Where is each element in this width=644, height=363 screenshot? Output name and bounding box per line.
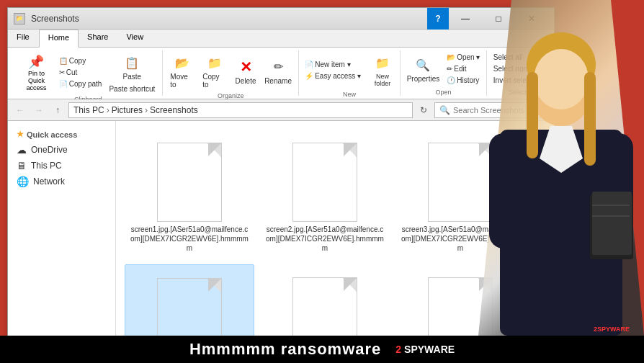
cut-icon: ✂ xyxy=(59,68,65,76)
file-thumbnail-1 xyxy=(153,135,225,222)
history-button[interactable]: 🕐 History xyxy=(444,75,483,86)
new-item-icon: 📄 xyxy=(305,60,313,68)
open-label: Open xyxy=(436,87,452,96)
properties-button[interactable]: 🔍 Properties xyxy=(404,53,443,85)
path-segment-screenshots: Screenshots xyxy=(150,105,198,115)
easy-access-button[interactable]: ⚡ Easy access ▾ xyxy=(302,71,364,81)
path-sep-1: › xyxy=(107,105,109,115)
svg-point-2 xyxy=(534,49,589,109)
svg-text:2SPYWARE: 2SPYWARE xyxy=(594,326,630,333)
tab-view[interactable]: View xyxy=(117,30,153,47)
sidebar: ★ Quick access ☁ OneDrive 🖥 This PC 🌐 Ne… xyxy=(8,121,116,339)
copy-path-button[interactable]: 📄 Copy path xyxy=(56,79,105,89)
file-item[interactable]: screen1.jpg.[ASer51a0@mailfence.com][DME… xyxy=(125,130,254,259)
new-folder-button[interactable]: 📁 Newfolder xyxy=(368,50,397,89)
network-icon: 🌐 xyxy=(17,176,29,187)
quick-access-label: ★ Quick access xyxy=(8,127,115,142)
onedrive-icon: ☁ xyxy=(17,144,27,156)
back-button[interactable]: ← xyxy=(12,102,28,118)
star-icon: ★ xyxy=(17,130,24,139)
cut-button[interactable]: ✂ Cut xyxy=(56,67,105,78)
path-segment-pictures: Pictures xyxy=(112,105,143,115)
file-item-selected[interactable]: screen4.jpg.[ASer51a0@mailfence.com][DME… xyxy=(125,264,254,339)
window-icon-folder: 📁 xyxy=(14,13,25,24)
paste-icon: 📋 xyxy=(122,53,142,73)
ribbon: File Home Share View 📌 Pin to Quickacces… xyxy=(8,30,554,99)
copy-path-icon: 📄 xyxy=(59,80,68,88)
history-icon: 🕐 xyxy=(447,76,455,84)
rename-icon: ✏ xyxy=(268,57,288,77)
tab-share[interactable]: Share xyxy=(79,30,117,47)
path-sep-2: › xyxy=(145,105,148,115)
move-to-button[interactable]: 📂 Move to xyxy=(167,50,197,91)
delete-icon: ✕ xyxy=(236,57,256,77)
spyware-text: SPYWARE xyxy=(404,344,455,355)
file-item[interactable]: screen5.jpg.[ASer51a0@mailfence.com][DME… xyxy=(260,264,390,339)
sidebar-item-thispc[interactable]: 🖥 This PC xyxy=(8,158,115,174)
tab-file[interactable]: File xyxy=(8,30,39,47)
ribbon-group-open: 🔍 Properties 📂 Open ▾ ✏ Edit xyxy=(401,50,487,96)
copy-to-button[interactable]: 📁 Copy to xyxy=(200,50,229,91)
person-svg: 2SPYWARE xyxy=(478,0,644,336)
ribbon-content: 📌 Pin to Quickaccess 📋 Copy ✂ Cut xyxy=(8,47,554,99)
new-items: 📄 New item ▾ ⚡ Easy access ▾ 📁 Newfolder xyxy=(302,50,397,89)
ribbon-tabs: File Home Share View xyxy=(8,30,554,47)
refresh-button[interactable]: ↻ xyxy=(416,102,431,118)
address-bar: ← → ↑ This PC › Pictures › Screenshots ↻… xyxy=(8,99,554,121)
copy-button[interactable]: 📋 Copy xyxy=(56,55,105,66)
organize-label: Organize xyxy=(218,91,244,99)
help-button[interactable]: ? xyxy=(427,8,449,30)
pin-label: Pin to Quickaccess xyxy=(21,70,52,91)
copy-icon: 📋 xyxy=(59,57,68,65)
edit-button[interactable]: ✏ Edit xyxy=(444,63,483,74)
logo-text: 2 xyxy=(395,344,401,355)
copy-to-icon: 📁 xyxy=(205,53,225,73)
open-icon: 📂 xyxy=(447,53,455,61)
banner-logo: 2 SPYWARE xyxy=(395,344,455,355)
pin-to-quick-access-button[interactable]: 📌 Pin to Quickaccess xyxy=(18,52,55,94)
file-name-1: screen1.jpg.[ASer51a0@mailfence.com][DME… xyxy=(130,225,249,253)
rename-button[interactable]: ✏ Rename xyxy=(262,55,294,87)
file-thumbnail-4 xyxy=(153,271,225,339)
pin-icon: 📌 xyxy=(28,54,44,70)
ribbon-group-new: 📄 New item ▾ ⚡ Easy access ▾ 📁 Newfolder… xyxy=(299,50,401,96)
banner-title: Hmmmmm ransomware xyxy=(189,340,381,359)
new-folder-icon: 📁 xyxy=(372,53,393,73)
easy-access-icon: ⚡ xyxy=(305,72,313,80)
ribbon-group-organize: 📂 Move to 📁 Copy to ✕ Delete ✏ xyxy=(163,50,299,96)
thispc-icon: 🖥 xyxy=(17,160,27,171)
svg-rect-11 xyxy=(527,72,538,158)
file-name-2: screen2.jpg.[ASer51a0@mailfence.com][DME… xyxy=(266,225,384,253)
delete-button[interactable]: ✕ Delete xyxy=(231,55,260,87)
open-items: 🔍 Properties 📂 Open ▾ ✏ Edit xyxy=(404,50,483,87)
bottom-banner: Hmmmmm ransomware 2 SPYWARE xyxy=(0,336,644,363)
path-segment-thispc: This PC xyxy=(73,105,104,115)
search-icon: 🔍 xyxy=(439,105,450,115)
properties-icon: 🔍 xyxy=(413,55,433,75)
sidebar-item-network[interactable]: 🌐 Network xyxy=(8,174,115,189)
address-path[interactable]: This PC › Pictures › Screenshots xyxy=(68,102,413,118)
person-image: 2SPYWARE xyxy=(478,0,644,363)
title-bar: 📁 Screenshots ? — □ ✕ xyxy=(8,8,554,30)
paste-shortcut-button[interactable]: Paste shortcut xyxy=(106,84,158,94)
file-item[interactable]: screen2.jpg.[ASer51a0@mailfence.com][DME… xyxy=(260,130,390,259)
up-button[interactable]: ↑ xyxy=(50,102,66,118)
forward-button[interactable]: → xyxy=(31,102,47,118)
open-button[interactable]: 📂 Open ▾ xyxy=(444,52,483,63)
edit-icon: ✏ xyxy=(447,65,452,73)
ribbon-group-clipboard: 📌 Pin to Quickaccess 📋 Copy ✂ Cut xyxy=(14,50,163,96)
file-thumbnail-2 xyxy=(289,135,361,222)
sidebar-item-onedrive[interactable]: ☁ OneDrive xyxy=(8,142,115,158)
title-bar-icons: 📁 xyxy=(14,13,25,24)
window-title: Screenshots xyxy=(31,14,427,24)
tab-home[interactable]: Home xyxy=(39,30,79,48)
clipboard-items: 📌 Pin to Quickaccess 📋 Copy ✂ Cut xyxy=(18,50,158,94)
svg-rect-12 xyxy=(584,72,596,166)
new-label: New xyxy=(343,89,356,98)
paste-button[interactable]: 📋 Paste xyxy=(106,50,158,83)
move-to-icon: 📂 xyxy=(172,53,192,73)
new-item-button[interactable]: 📄 New item ▾ xyxy=(302,59,364,70)
organize-items: 📂 Move to 📁 Copy to ✕ Delete ✏ xyxy=(167,50,294,91)
explorer-window: 📁 Screenshots ? — □ ✕ File Home Share Vi… xyxy=(7,7,555,356)
minimize-button[interactable]: — xyxy=(449,8,482,30)
